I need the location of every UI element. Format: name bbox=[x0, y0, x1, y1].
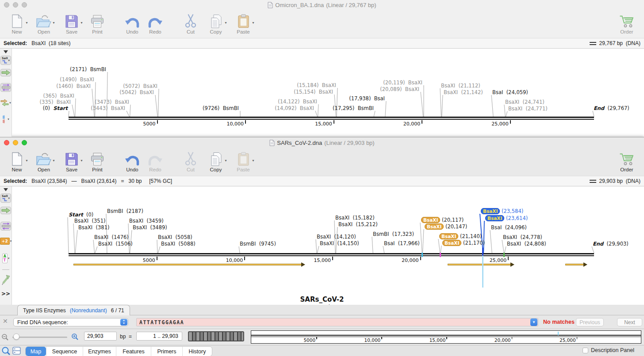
zoom-slider[interactable] bbox=[12, 337, 67, 338]
enzyme-site-label[interactable]: BsaXI (21,170) bbox=[442, 240, 485, 246]
enzyme-site-label[interactable]: End (29,767) bbox=[594, 106, 629, 111]
zoom-out-icon[interactable] bbox=[1, 333, 9, 341]
enzyme-site-label[interactable]: BsmBI (9745) bbox=[240, 241, 276, 247]
tab-features[interactable]: Features bbox=[116, 347, 151, 356]
visible-length-field[interactable] bbox=[84, 332, 117, 341]
collapse-sidebar-button[interactable] bbox=[0, 50, 12, 53]
enzymes-button[interactable]: SalI▾ bbox=[0, 193, 11, 203]
linear-map-sars-cov-2[interactable]: 500010,00015,00020,00025,000Start (0)Bsa… bbox=[0, 186, 644, 305]
enzyme-site-label[interactable]: BsaXI (24,741) bbox=[505, 99, 544, 105]
enzyme-site-label[interactable]: (15,154) BsaXI bbox=[294, 89, 333, 95]
expand-panel-button[interactable]: >> bbox=[0, 291, 12, 297]
enzyme-site-label[interactable]: (14,092) BsaXI bbox=[275, 106, 314, 111]
titlebar-omicron[interactable]: Omicron_BA.1.dna (Linear / 29,767 bp) bbox=[0, 0, 644, 10]
enzyme-site-label[interactable]: (9726) BsmBI bbox=[203, 106, 239, 111]
enzyme-site-label[interactable]: BsaXI (14,120) bbox=[317, 234, 356, 240]
enzyme-site-label[interactable]: BsaXI (351) bbox=[74, 218, 105, 224]
tab-history[interactable]: History bbox=[182, 347, 212, 356]
enzyme-site-label[interactable]: (1460) BsaXI bbox=[56, 83, 91, 89]
search-icon[interactable] bbox=[1, 346, 11, 356]
zoom-slider-knob[interactable] bbox=[13, 333, 19, 340]
enzyme-site-label[interactable]: (20,119) BsaXI bbox=[383, 80, 422, 86]
enzyme-site-label[interactable]: End (29,903) bbox=[593, 241, 629, 247]
enzyme-site-label[interactable]: BsaXI (15,182) bbox=[335, 215, 375, 221]
enzyme-site-label[interactable]: (5042) BsaXI bbox=[119, 90, 154, 95]
find-type-select[interactable]: Find DNA sequence: ▲▼ bbox=[13, 318, 128, 326]
enzyme-site-label[interactable]: (15,184) BsaXI bbox=[297, 83, 336, 88]
length-indicator[interactable]: 29,903 bp (DNA) bbox=[599, 178, 640, 184]
enzyme-site-label[interactable]: BsaXI (1476) bbox=[94, 235, 129, 240]
description-panel-toggle[interactable]: Description Panel bbox=[583, 347, 634, 353]
search-history-chevron-icon[interactable]: ▼ bbox=[530, 318, 537, 326]
order-button[interactable]: Order bbox=[615, 149, 639, 172]
next-button[interactable]: Next bbox=[617, 318, 642, 326]
copy-button[interactable]: ▼Copy bbox=[204, 11, 228, 34]
features-button[interactable] bbox=[0, 69, 11, 76]
dropdown-caret-icon[interactable]: ▾ bbox=[8, 197, 10, 200]
overview-minimap[interactable]: 500010,00015,00020,00025,000 bbox=[251, 330, 641, 344]
visible-range-field[interactable] bbox=[136, 332, 182, 341]
orf-frame-button[interactable]: +2▾ bbox=[0, 238, 12, 245]
split-view-icon[interactable] bbox=[12, 347, 21, 355]
enzyme-site-label[interactable]: BsaXI (21,142) bbox=[444, 90, 483, 95]
enzyme-site-label[interactable]: (365) BsaXI bbox=[43, 93, 74, 99]
enzyme-site-label[interactable]: BsaXI (14,150) bbox=[320, 241, 359, 246]
enzyme-site-label[interactable]: BsaXI (3459) bbox=[129, 218, 164, 224]
enzyme-site-label[interactable]: BsaXI (23,614) bbox=[485, 216, 528, 221]
enzyme-site-label[interactable]: (14,122) BsaXI bbox=[278, 99, 317, 105]
enzyme-site-label[interactable]: (1490) BsaXI bbox=[60, 77, 94, 83]
enzyme-site-label[interactable]: BsaXI (21,112) bbox=[441, 83, 480, 89]
enzyme-set-tab[interactable]: Type IIS Enzymes (Nonredundant) 6 / 71 bbox=[17, 305, 130, 315]
traffic-lights[interactable] bbox=[4, 2, 27, 8]
undo-button[interactable]: Undo bbox=[120, 149, 144, 172]
enzyme-site-label[interactable]: (0) Start bbox=[43, 106, 68, 111]
new-button[interactable]: ▼New bbox=[5, 149, 29, 172]
zoom-button[interactable] bbox=[22, 140, 27, 145]
paste-button[interactable]: ▼Paste bbox=[231, 11, 255, 34]
collapse-sidebar-button[interactable] bbox=[0, 188, 12, 191]
tab-map[interactable]: Map bbox=[26, 347, 46, 356]
orfs-button[interactable]: ▾ bbox=[0, 99, 12, 106]
zoom-in-icon[interactable] bbox=[71, 333, 79, 341]
enzyme-site-label[interactable]: BsaI (24,096) bbox=[491, 225, 527, 231]
tab-enzymes[interactable]: Enzymes bbox=[83, 347, 116, 356]
new-button[interactable]: ▼New bbox=[5, 11, 29, 34]
minimize-button[interactable] bbox=[13, 140, 18, 145]
tab-sequence[interactable]: Sequence bbox=[46, 347, 83, 356]
enzyme-site-label[interactable]: BsaXI (5058) bbox=[158, 235, 192, 240]
enzyme-set-mode-link[interactable]: (Nonredundant) bbox=[70, 307, 107, 314]
select-stepper-icon[interactable]: ▲▼ bbox=[120, 319, 127, 326]
previous-button[interactable]: Previous bbox=[576, 318, 604, 326]
open-button[interactable]: ▼Open bbox=[32, 11, 56, 34]
save-button[interactable]: ▼Save bbox=[60, 149, 84, 172]
features-button[interactable] bbox=[0, 207, 11, 214]
undo-button[interactable]: Undo bbox=[120, 11, 144, 34]
enzyme-site-label[interactable]: (3443) BsaXI bbox=[91, 106, 125, 111]
enzyme-site-label[interactable]: BsaXI (21,140) bbox=[439, 234, 482, 239]
zoom-button[interactable] bbox=[22, 2, 27, 8]
linear-map-omicron[interactable]: 500010,00015,00020,00025,000(0) Start(33… bbox=[0, 49, 644, 137]
dropdown-caret-icon[interactable]: ▾ bbox=[10, 239, 12, 243]
enzyme-site-label[interactable]: BsaXI (3489) bbox=[133, 225, 167, 231]
dropdown-caret-icon[interactable]: ▾ bbox=[8, 59, 10, 62]
enzyme-site-label[interactable]: BsaXI (15,212) bbox=[338, 222, 378, 227]
enzyme-site-label[interactable]: Start (0) bbox=[69, 212, 93, 218]
enzyme-site-label[interactable]: BsaXI (5088) bbox=[161, 241, 196, 247]
enzyme-site-label[interactable]: BsaXI (23,584) bbox=[481, 208, 523, 214]
dropdown-caret-icon[interactable]: ▾ bbox=[8, 257, 10, 260]
print-button[interactable]: Print bbox=[85, 149, 109, 172]
enzyme-site-label[interactable]: BsmBI (17,323) bbox=[373, 231, 414, 237]
search-input[interactable] bbox=[136, 318, 538, 326]
close-button[interactable] bbox=[4, 2, 9, 8]
enzyme-site-label[interactable]: BsaXI (381) bbox=[78, 225, 109, 231]
enzyme-site-label[interactable]: (2171) BsmBI bbox=[70, 67, 106, 72]
enzyme-site-label[interactable]: (17,938) BsaI bbox=[349, 96, 385, 102]
enzyme-site-label[interactable]: BsaXI (20,117) bbox=[421, 217, 464, 223]
primers-button[interactable] bbox=[0, 222, 11, 231]
print-button[interactable]: Print bbox=[85, 11, 109, 34]
enzyme-site-label[interactable]: BsmBI (2187) bbox=[107, 208, 143, 214]
primer-arrow-button[interactable] bbox=[0, 274, 12, 285]
close-find-icon[interactable]: ✕ bbox=[3, 318, 8, 325]
length-indicator[interactable]: 29,767 bp (DNA) bbox=[599, 40, 640, 46]
description-panel-checkbox[interactable] bbox=[583, 348, 588, 353]
